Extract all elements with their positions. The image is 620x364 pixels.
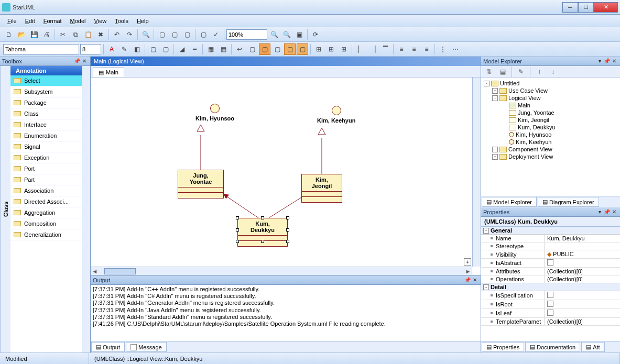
- model-explorer-pin-icon[interactable]: 📌: [603, 58, 611, 65]
- tab-model-explorer[interactable]: ▤Model Explorer: [482, 197, 537, 207]
- prop-checkbox[interactable]: [547, 301, 553, 307]
- linecolor-icon[interactable]: ◢: [176, 43, 188, 55]
- paste-icon[interactable]: 📋: [82, 29, 94, 40]
- diagram-canvas[interactable]: Kim, HyunsooKim, KeehyunJung, YoontaeKim…: [91, 78, 472, 267]
- suppress1-icon[interactable]: ▦: [205, 43, 216, 55]
- toolbox-item-exception[interactable]: Exception: [10, 152, 82, 163]
- tool1-icon[interactable]: ▢: [156, 29, 168, 40]
- align5-icon[interactable]: ≡: [408, 43, 420, 55]
- tree-node-deployment-view[interactable]: +Deployment View: [482, 153, 619, 160]
- prop-value[interactable]: [545, 300, 620, 308]
- layout1-icon[interactable]: ⊞: [313, 43, 324, 55]
- toolbox-item-composition[interactable]: Composition: [10, 218, 82, 229]
- tree-toggle-icon[interactable]: -: [484, 81, 490, 86]
- scroll-right-icon[interactable]: ►: [464, 267, 472, 275]
- verify-icon[interactable]: ✓: [210, 29, 222, 40]
- sort-icon[interactable]: ⇅: [483, 66, 495, 78]
- selection-handle[interactable]: [261, 216, 264, 219]
- class-kim--jeongil[interactable]: Kim, Jeongil: [301, 174, 342, 203]
- add-view-icon[interactable]: +: [464, 258, 471, 266]
- tree-node-kim--keehyun[interactable]: Kim, Keehyun: [482, 138, 619, 146]
- selection-handle[interactable]: [236, 228, 239, 231]
- tree-node-kim--jeongil[interactable]: Kim, Jeongil: [482, 116, 619, 124]
- prop-checkbox[interactable]: [547, 310, 553, 316]
- toolbox-item-aggregation[interactable]: Aggregation: [10, 207, 82, 218]
- showop5-icon[interactable]: ▢: [297, 43, 308, 55]
- prop-row-attributes[interactable]: Attributes(Collection)[0]: [481, 268, 620, 275]
- align3-icon[interactable]: ▔: [379, 43, 391, 55]
- showop4-icon[interactable]: ▢: [284, 43, 296, 55]
- tab-properties[interactable]: ▤Properties: [482, 342, 524, 352]
- delete-icon[interactable]: ✖: [95, 29, 106, 40]
- prop-checkbox[interactable]: [547, 259, 553, 266]
- prop-checkbox[interactable]: [547, 292, 553, 298]
- print-icon[interactable]: 🖨: [41, 29, 52, 40]
- selection-handle[interactable]: [261, 240, 264, 243]
- align2-icon[interactable]: ▕: [367, 43, 378, 55]
- prop-value[interactable]: [545, 309, 620, 317]
- prop-row-isleaf[interactable]: IsLeaf: [481, 309, 620, 318]
- prop-row-isroot[interactable]: IsRoot: [481, 300, 620, 309]
- save-icon[interactable]: 💾: [28, 29, 40, 40]
- tree-toggle-icon[interactable]: +: [492, 154, 498, 160]
- layout3-icon[interactable]: ⊞: [338, 43, 350, 55]
- prop-row-isspecification[interactable]: IsSpecification: [481, 291, 620, 300]
- toolbox-item-subsystem[interactable]: Subsystem: [10, 86, 82, 97]
- prop-row-visibility[interactable]: Visibility◆ PUBLIC: [481, 250, 620, 259]
- wordwrap-icon[interactable]: ↩: [234, 43, 245, 55]
- highlight-icon[interactable]: ✎: [118, 43, 130, 55]
- toolbox-header[interactable]: Annotation: [10, 66, 82, 75]
- tool2-icon[interactable]: ▢: [169, 29, 180, 40]
- tree-node-use-case-view[interactable]: +Use Case View: [482, 87, 619, 94]
- output-tab-message[interactable]: Message: [126, 342, 167, 352]
- menu-view[interactable]: View: [90, 16, 111, 26]
- tree-node-main[interactable]: Main: [482, 102, 619, 109]
- scroll-left-icon[interactable]: ◄: [91, 267, 99, 275]
- tree-node-kum--deukkyu[interactable]: Kum, Deukkyu: [482, 124, 619, 131]
- close-button[interactable]: ✕: [594, 2, 618, 13]
- selection-handle[interactable]: [286, 228, 289, 231]
- up-icon[interactable]: ↑: [534, 66, 545, 78]
- align6-icon[interactable]: ≡: [421, 43, 432, 55]
- showop-icon[interactable]: ▢: [246, 43, 258, 55]
- toolbox-item-association[interactable]: Association: [10, 185, 82, 196]
- copy-icon[interactable]: ⧉: [70, 29, 81, 40]
- tool3-icon[interactable]: ▢: [181, 29, 193, 40]
- horizontal-scrollbar[interactable]: ◄ ►: [91, 267, 472, 275]
- undo-icon[interactable]: ↶: [111, 29, 123, 40]
- stereotype2-icon[interactable]: ▢: [160, 43, 171, 55]
- prop-row-name[interactable]: NameKum, Deukkyu: [481, 235, 620, 242]
- toolbox-scrollbar[interactable]: [82, 66, 90, 352]
- down-icon[interactable]: ↓: [547, 66, 559, 78]
- model-explorer-menu-icon[interactable]: ▾: [596, 58, 603, 65]
- menu-help[interactable]: Help: [133, 16, 153, 26]
- suppress2-icon[interactable]: ▦: [217, 43, 229, 55]
- selection-handle[interactable]: [286, 240, 289, 243]
- tree-toggle-icon[interactable]: +: [492, 147, 498, 152]
- toolbox-pin-icon[interactable]: 📌: [73, 58, 81, 65]
- toolbox-item-enumeration[interactable]: Enumeration: [10, 130, 82, 141]
- scroll-thumb[interactable]: [104, 268, 136, 274]
- open-icon[interactable]: 📂: [16, 29, 27, 40]
- stereotype-icon[interactable]: ▢: [147, 43, 159, 55]
- navigate-icon[interactable]: ✎: [515, 66, 527, 78]
- group-toggle-icon[interactable]: -: [483, 228, 489, 234]
- tab-documentation[interactable]: ▤Documentation: [525, 342, 580, 352]
- properties-grid[interactable]: -GeneralNameKum, DeukkyuStereotypeVisibi…: [481, 227, 620, 341]
- prop-value[interactable]: [545, 291, 620, 300]
- class-jung--yoontae[interactable]: Jung, Yoontae: [178, 170, 224, 198]
- linestyle-icon[interactable]: ━: [189, 43, 200, 55]
- tree-node-kim--hyunsoo[interactable]: Kim, Hyunsoo: [482, 131, 619, 138]
- tab-attachments[interactable]: ▤Att: [581, 342, 604, 352]
- toolbox-item-interface[interactable]: Interface: [10, 119, 82, 130]
- vertical-scrollbar[interactable]: [472, 78, 481, 267]
- output-text[interactable]: [7:37:31 PM] Add-In "C++ AddIn" menu is …: [91, 285, 481, 341]
- prop-row-isabstract[interactable]: IsAbstract: [481, 259, 620, 268]
- properties-close-icon[interactable]: ✕: [611, 208, 618, 216]
- output-close-icon[interactable]: ✕: [471, 277, 478, 284]
- prop-row-operations[interactable]: Operations(Collection)[0]: [481, 275, 620, 283]
- model-tree[interactable]: -Untitled+Use Case View-Logical ViewMain…: [481, 78, 620, 196]
- prop-value[interactable]: Kum, Deukkyu: [545, 235, 620, 242]
- group-toggle-icon[interactable]: -: [483, 284, 489, 290]
- fontcolor-icon[interactable]: A: [106, 43, 117, 55]
